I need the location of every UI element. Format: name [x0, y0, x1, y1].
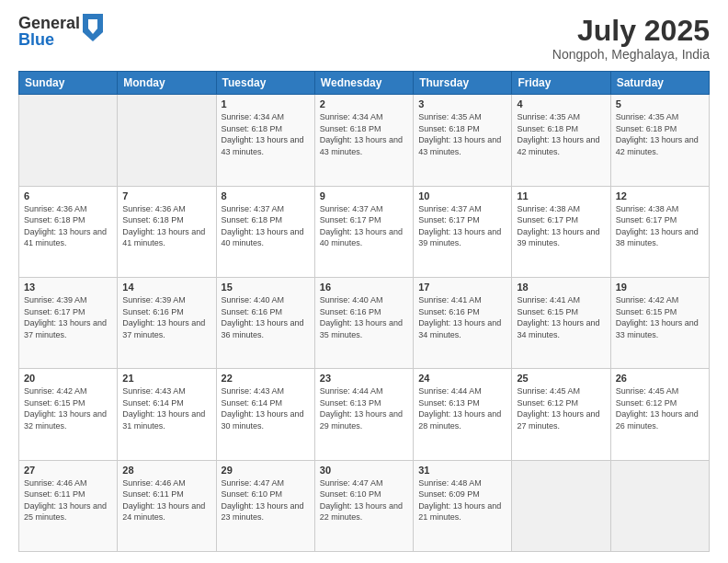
- location-title: Nongpoh, Meghalaya, India: [552, 47, 710, 62]
- day-number: 14: [122, 282, 210, 293]
- header: General Blue July 2025 Nongpoh, Meghalay…: [18, 15, 710, 62]
- day-header-friday: Friday: [512, 72, 610, 95]
- day-info: Sunrise: 4:37 AM Sunset: 6:17 PM Dayligh…: [418, 203, 506, 249]
- calendar-cell: 27Sunrise: 4:46 AM Sunset: 6:11 PM Dayli…: [19, 460, 118, 551]
- day-info: Sunrise: 4:43 AM Sunset: 6:14 PM Dayligh…: [122, 385, 210, 431]
- calendar-cell: 21Sunrise: 4:43 AM Sunset: 6:14 PM Dayli…: [118, 369, 216, 460]
- day-header-wednesday: Wednesday: [314, 72, 413, 95]
- calendar-cell: 6Sunrise: 4:36 AM Sunset: 6:18 PM Daylig…: [19, 186, 118, 277]
- day-info: Sunrise: 4:34 AM Sunset: 6:18 PM Dayligh…: [320, 111, 408, 157]
- day-info: Sunrise: 4:35 AM Sunset: 6:18 PM Dayligh…: [517, 111, 605, 157]
- day-info: Sunrise: 4:37 AM Sunset: 6:18 PM Dayligh…: [222, 203, 310, 249]
- day-info: Sunrise: 4:42 AM Sunset: 6:15 PM Dayligh…: [24, 385, 112, 431]
- day-number: 7: [122, 190, 210, 201]
- day-number: 20: [24, 373, 112, 384]
- calendar-cell: 8Sunrise: 4:37 AM Sunset: 6:18 PM Daylig…: [216, 186, 314, 277]
- calendar-cell: 11Sunrise: 4:38 AM Sunset: 6:17 PM Dayli…: [512, 186, 610, 277]
- day-info: Sunrise: 4:41 AM Sunset: 6:15 PM Dayligh…: [517, 294, 605, 340]
- week-row-0: 1Sunrise: 4:34 AM Sunset: 6:18 PM Daylig…: [19, 95, 710, 186]
- day-info: Sunrise: 4:42 AM Sunset: 6:15 PM Dayligh…: [616, 294, 704, 340]
- day-info: Sunrise: 4:35 AM Sunset: 6:18 PM Dayligh…: [418, 111, 506, 157]
- day-header-tuesday: Tuesday: [216, 72, 314, 95]
- calendar-cell: 28Sunrise: 4:46 AM Sunset: 6:11 PM Dayli…: [118, 460, 216, 551]
- day-header-sunday: Sunday: [19, 72, 118, 95]
- day-number: 26: [616, 373, 704, 384]
- calendar-cell: [118, 95, 216, 186]
- week-row-2: 13Sunrise: 4:39 AM Sunset: 6:17 PM Dayli…: [19, 277, 710, 368]
- day-number: 18: [517, 282, 605, 293]
- day-number: 3: [418, 98, 506, 109]
- calendar-cell: 25Sunrise: 4:45 AM Sunset: 6:12 PM Dayli…: [512, 369, 610, 460]
- calendar-cell: 2Sunrise: 4:34 AM Sunset: 6:18 PM Daylig…: [314, 95, 413, 186]
- calendar-cell: 31Sunrise: 4:48 AM Sunset: 6:09 PM Dayli…: [414, 460, 512, 551]
- calendar-cell: 26Sunrise: 4:45 AM Sunset: 6:12 PM Dayli…: [610, 369, 709, 460]
- page: General Blue July 2025 Nongpoh, Meghalay…: [0, 0, 728, 563]
- day-number: 8: [222, 190, 310, 201]
- day-number: 25: [517, 373, 605, 384]
- day-number: 30: [320, 465, 408, 476]
- day-info: Sunrise: 4:46 AM Sunset: 6:11 PM Dayligh…: [24, 477, 112, 523]
- day-number: 31: [418, 465, 506, 476]
- day-info: Sunrise: 4:41 AM Sunset: 6:16 PM Dayligh…: [418, 294, 506, 340]
- day-number: 4: [517, 98, 605, 109]
- day-info: Sunrise: 4:38 AM Sunset: 6:17 PM Dayligh…: [616, 203, 704, 249]
- day-number: 6: [24, 190, 112, 201]
- calendar-cell: 1Sunrise: 4:34 AM Sunset: 6:18 PM Daylig…: [216, 95, 314, 186]
- day-info: Sunrise: 4:38 AM Sunset: 6:17 PM Dayligh…: [517, 203, 605, 249]
- day-info: Sunrise: 4:45 AM Sunset: 6:12 PM Dayligh…: [517, 385, 605, 431]
- calendar-cell: 12Sunrise: 4:38 AM Sunset: 6:17 PM Dayli…: [610, 186, 709, 277]
- calendar-header-row: SundayMondayTuesdayWednesdayThursdayFrid…: [19, 72, 710, 95]
- day-number: 11: [517, 190, 605, 201]
- logo-general-text: General: [18, 15, 80, 31]
- week-row-1: 6Sunrise: 4:36 AM Sunset: 6:18 PM Daylig…: [19, 186, 710, 277]
- calendar-cell: 4Sunrise: 4:35 AM Sunset: 6:18 PM Daylig…: [512, 95, 610, 186]
- day-info: Sunrise: 4:46 AM Sunset: 6:11 PM Dayligh…: [122, 477, 210, 523]
- day-info: Sunrise: 4:45 AM Sunset: 6:12 PM Dayligh…: [616, 385, 704, 431]
- day-info: Sunrise: 4:39 AM Sunset: 6:16 PM Dayligh…: [122, 294, 210, 340]
- calendar-cell: [512, 460, 610, 551]
- month-title: July 2025: [552, 15, 710, 47]
- day-number: 1: [222, 98, 310, 109]
- day-header-thursday: Thursday: [414, 72, 512, 95]
- day-number: 23: [320, 373, 408, 384]
- day-number: 13: [24, 282, 112, 293]
- day-info: Sunrise: 4:36 AM Sunset: 6:18 PM Dayligh…: [122, 203, 210, 249]
- day-info: Sunrise: 4:35 AM Sunset: 6:18 PM Dayligh…: [616, 111, 704, 157]
- day-info: Sunrise: 4:40 AM Sunset: 6:16 PM Dayligh…: [222, 294, 310, 340]
- day-number: 9: [320, 190, 408, 201]
- day-number: 12: [616, 190, 704, 201]
- day-info: Sunrise: 4:39 AM Sunset: 6:17 PM Dayligh…: [24, 294, 112, 340]
- calendar-cell: 18Sunrise: 4:41 AM Sunset: 6:15 PM Dayli…: [512, 277, 610, 368]
- day-number: 15: [222, 282, 310, 293]
- calendar-cell: 5Sunrise: 4:35 AM Sunset: 6:18 PM Daylig…: [610, 95, 709, 186]
- day-info: Sunrise: 4:47 AM Sunset: 6:10 PM Dayligh…: [320, 477, 408, 523]
- week-row-3: 20Sunrise: 4:42 AM Sunset: 6:15 PM Dayli…: [19, 369, 710, 460]
- day-info: Sunrise: 4:40 AM Sunset: 6:16 PM Dayligh…: [320, 294, 408, 340]
- logo-blue-text: Blue: [18, 31, 80, 48]
- calendar-cell: 15Sunrise: 4:40 AM Sunset: 6:16 PM Dayli…: [216, 277, 314, 368]
- calendar-cell: 19Sunrise: 4:42 AM Sunset: 6:15 PM Dayli…: [610, 277, 709, 368]
- day-number: 19: [616, 282, 704, 293]
- day-info: Sunrise: 4:44 AM Sunset: 6:13 PM Dayligh…: [418, 385, 506, 431]
- calendar-cell: 16Sunrise: 4:40 AM Sunset: 6:16 PM Dayli…: [314, 277, 413, 368]
- week-row-4: 27Sunrise: 4:46 AM Sunset: 6:11 PM Dayli…: [19, 460, 710, 551]
- day-number: 24: [418, 373, 506, 384]
- day-number: 2: [320, 98, 408, 109]
- calendar-cell: 20Sunrise: 4:42 AM Sunset: 6:15 PM Dayli…: [19, 369, 118, 460]
- day-info: Sunrise: 4:48 AM Sunset: 6:09 PM Dayligh…: [418, 477, 506, 523]
- day-number: 28: [122, 465, 210, 476]
- calendar-table: SundayMondayTuesdayWednesdayThursdayFrid…: [18, 71, 710, 552]
- calendar-cell: 30Sunrise: 4:47 AM Sunset: 6:10 PM Dayli…: [314, 460, 413, 551]
- calendar-cell: 3Sunrise: 4:35 AM Sunset: 6:18 PM Daylig…: [414, 95, 512, 186]
- day-info: Sunrise: 4:36 AM Sunset: 6:18 PM Dayligh…: [24, 203, 112, 249]
- day-number: 27: [24, 465, 112, 476]
- day-info: Sunrise: 4:44 AM Sunset: 6:13 PM Dayligh…: [320, 385, 408, 431]
- calendar-cell: [610, 460, 709, 551]
- calendar-cell: 29Sunrise: 4:47 AM Sunset: 6:10 PM Dayli…: [216, 460, 314, 551]
- day-number: 22: [222, 373, 310, 384]
- calendar-cell: 14Sunrise: 4:39 AM Sunset: 6:16 PM Dayli…: [118, 277, 216, 368]
- calendar-cell: 23Sunrise: 4:44 AM Sunset: 6:13 PM Dayli…: [314, 369, 413, 460]
- day-number: 29: [222, 465, 310, 476]
- calendar-cell: 17Sunrise: 4:41 AM Sunset: 6:16 PM Dayli…: [414, 277, 512, 368]
- logo: General Blue: [18, 15, 103, 48]
